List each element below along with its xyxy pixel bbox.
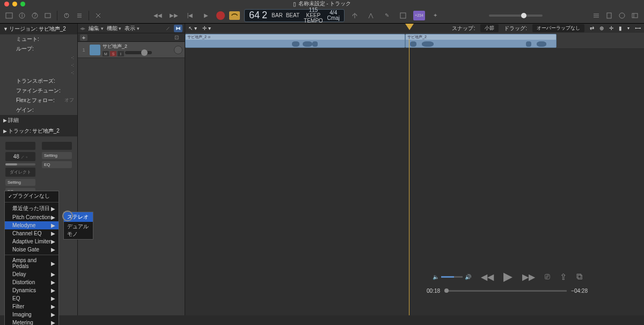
cycle-button[interactable]	[229, 11, 240, 20]
setting-button-1[interactable]: Setting	[5, 179, 35, 186]
plugin-menu-item[interactable]: Distortion▶	[5, 278, 58, 286]
region-param[interactable]: Flexとフォロー:オフ	[0, 96, 77, 105]
plugin-menu-item[interactable]: Noise Gate▶	[5, 245, 58, 254]
snap-select[interactable]: 小節	[480, 24, 499, 32]
preview-volume[interactable]: 🔈 🔊	[433, 274, 471, 280]
scissors-icon[interactable]	[92, 10, 104, 21]
flex-icon[interactable]: ⧓	[174, 25, 182, 32]
list-editors-icon[interactable]	[590, 10, 602, 21]
notepad-icon[interactable]	[603, 10, 615, 21]
inspector-icon[interactable]: i	[16, 10, 28, 21]
track-filter-icon[interactable]: ⊡	[171, 32, 182, 43]
drag-mode-select[interactable]: オーバーラップなし	[532, 24, 584, 32]
media-browser-icon[interactable]	[629, 10, 641, 21]
audio-region[interactable]: サビ地声_2 ⊙	[185, 34, 405, 48]
track-inspector-header[interactable]: ▶ トラック: サビ地声_2	[0, 126, 77, 136]
setting-button-2[interactable]: Setting	[42, 152, 72, 159]
master-volume-badge[interactable]: +234	[413, 11, 425, 20]
master-volume-slider[interactable]	[489, 15, 543, 17]
plugin-menu-item[interactable]: 最近使った項目▶	[5, 204, 58, 213]
solo-button[interactable]: S	[110, 51, 116, 56]
tuner-icon[interactable]	[349, 10, 361, 21]
marquee-tool-icon[interactable]: ✛ ▾	[202, 25, 211, 31]
playhead-line	[409, 39, 409, 315]
input-monitor-button[interactable]: I	[118, 51, 124, 56]
plugin-menu-item[interactable]: ✓プラグインなし	[5, 191, 58, 201]
preview-next-button[interactable]: ▶▶	[522, 272, 535, 282]
pip-icon[interactable]: ⧉	[576, 272, 582, 281]
channel-strip-1[interactable]	[5, 142, 35, 150]
metronome-icon[interactable]: ✎	[381, 10, 393, 21]
value-48[interactable]: 48 ⟋ ◦	[5, 152, 35, 161]
plugin-menu-item[interactable]: EQ▶	[5, 294, 58, 302]
plugin-menu[interactable]: ✓プラグインなし最近使った項目▶Pitch Correction▶Melodyn…	[4, 191, 59, 325]
add-track-button[interactable]: +	[80, 34, 87, 41]
minimize-window[interactable]	[12, 2, 17, 6]
main-toolbar: i ? ◀◀ ▶▶ |◀ ▶ 64 2 BAR BEAT 115KEEPTEMP…	[0, 8, 644, 24]
region-param[interactable]: トランスポーズ:	[0, 76, 77, 86]
region-param[interactable]: -:	[0, 61, 77, 69]
view-menu[interactable]: 表示 ▾	[125, 25, 140, 32]
editors-icon[interactable]	[74, 10, 85, 21]
plugin-menu-item[interactable]: Adaptive Limiter▶	[5, 237, 58, 245]
sparkle-icon[interactable]: ✦	[429, 10, 441, 21]
preview-prev-button[interactable]: ◀◀	[481, 272, 494, 282]
preview-play-button[interactable]: ▶	[503, 270, 513, 284]
play-button[interactable]: ▶	[200, 10, 212, 21]
lcd-display[interactable]: 64 2 BAR BEAT 115KEEPTEMPO 4/4Cmaj	[244, 9, 345, 22]
preview-scrubber[interactable]	[444, 290, 567, 292]
smart-controls-icon[interactable]	[42, 10, 54, 21]
plugin-submenu[interactable]: ステレオデュアルモノ	[63, 212, 93, 240]
audio-region[interactable]: サビ地声_2	[405, 34, 557, 48]
share-icon[interactable]: ⇪	[560, 272, 567, 282]
forward-button[interactable]: ▶▶	[168, 10, 180, 21]
submenu-item[interactable]: ステレオ	[64, 212, 93, 222]
library-icon[interactable]	[3, 10, 15, 21]
rewind-button[interactable]: ◀◀	[152, 10, 164, 21]
eq-button-2[interactable]: EQ	[42, 161, 72, 168]
count-in-icon[interactable]	[365, 10, 377, 21]
track-pan[interactable]	[174, 46, 182, 54]
region-param[interactable]: -:	[0, 69, 77, 76]
list-icon[interactable]	[397, 10, 409, 21]
plugin-menu-item[interactable]: Delay▶	[5, 270, 58, 278]
plugin-menu-item[interactable]: Dynamics▶	[5, 286, 58, 294]
pointer-tool-icon[interactable]: ↖ ▾	[188, 25, 197, 31]
region-param[interactable]: -:	[0, 54, 77, 61]
track-lane[interactable]: サビ地声_2 ⊙サビ地声_2	[185, 33, 644, 49]
edit-menu[interactable]: 編集 ▾	[89, 25, 104, 32]
region-param[interactable]: ミュート:	[0, 34, 77, 44]
record-button[interactable]	[216, 11, 225, 20]
plugin-menu-item[interactable]: Amps and Pedals▶	[5, 256, 58, 270]
automation-icon[interactable]: ⟋	[164, 25, 172, 32]
plugin-menu-item[interactable]: Filter▶	[5, 302, 58, 310]
mute-button[interactable]: M	[103, 51, 109, 56]
function-menu[interactable]: 機能 ▾	[107, 25, 122, 32]
plugin-menu-item[interactable]: Melodyne▶	[5, 221, 58, 229]
crosshair-icon[interactable]: ✛	[609, 25, 613, 31]
plugin-menu-item[interactable]: Metering▶	[5, 319, 58, 325]
catch-icon[interactable]: ⊕	[599, 25, 604, 31]
region-param[interactable]: ファインチューン:	[0, 86, 77, 96]
svg-rect-11	[400, 13, 406, 18]
mixer-icon[interactable]	[61, 10, 72, 21]
link-icon[interactable]: ⇄	[590, 25, 594, 31]
go-to-start-button[interactable]: |◀	[184, 10, 196, 21]
region-inspector-header[interactable]: ▼ リージョン: サビ地声_2	[0, 24, 77, 34]
airplay-icon[interactable]: ⎚	[545, 272, 550, 281]
region-param[interactable]: ゲイン:	[0, 105, 77, 115]
submenu-item[interactable]: デュアルモノ	[64, 222, 93, 239]
plugin-menu-item[interactable]: Imaging▶	[5, 310, 58, 319]
track-header[interactable]: 1 サビ地声_2 M S I	[78, 42, 185, 58]
maximize-window[interactable]	[20, 2, 25, 6]
marker-icon[interactable]: ▮	[619, 25, 622, 31]
track-volume[interactable]	[125, 51, 152, 54]
region-param[interactable]: ループ:	[0, 44, 77, 54]
loop-browser-icon[interactable]	[616, 10, 628, 21]
arrange-toolbar: ↖ ▾ ✛ ▾ スナップ: 小節 ドラッグ: オーバーラップなし ⇄ ⊕ ✛ ▮…	[185, 24, 644, 33]
close-window[interactable]	[4, 2, 9, 6]
plugin-menu-item[interactable]: Pitch Correction▶	[5, 213, 58, 221]
detail-header[interactable]: ▶ 詳細	[0, 115, 77, 126]
toolbar-icon[interactable]: ?	[29, 10, 41, 21]
plugin-menu-item[interactable]: Channel EQ▶	[5, 229, 58, 237]
